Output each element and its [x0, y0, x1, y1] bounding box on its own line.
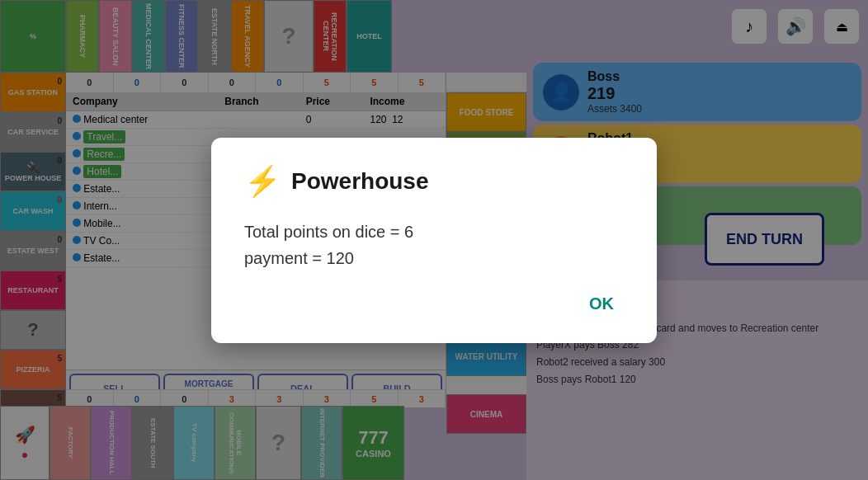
- modal-ok-button[interactable]: OK: [579, 291, 624, 317]
- modal-body: Total points on dice = 6 payment = 120: [244, 219, 624, 271]
- modal-footer: OK: [244, 291, 624, 317]
- modal-overlay: ⚡ Powerhouse Total points on dice = 6 pa…: [0, 0, 868, 480]
- modal-title-row: ⚡ Powerhouse: [244, 164, 624, 199]
- modal-title-text: Powerhouse: [291, 168, 428, 195]
- modal-line1: Total points on dice = 6: [244, 219, 624, 245]
- modal-line2: payment = 120: [244, 245, 624, 271]
- modal-dialog: ⚡ Powerhouse Total points on dice = 6 pa…: [211, 138, 657, 343]
- powerhouse-icon: ⚡: [244, 164, 281, 199]
